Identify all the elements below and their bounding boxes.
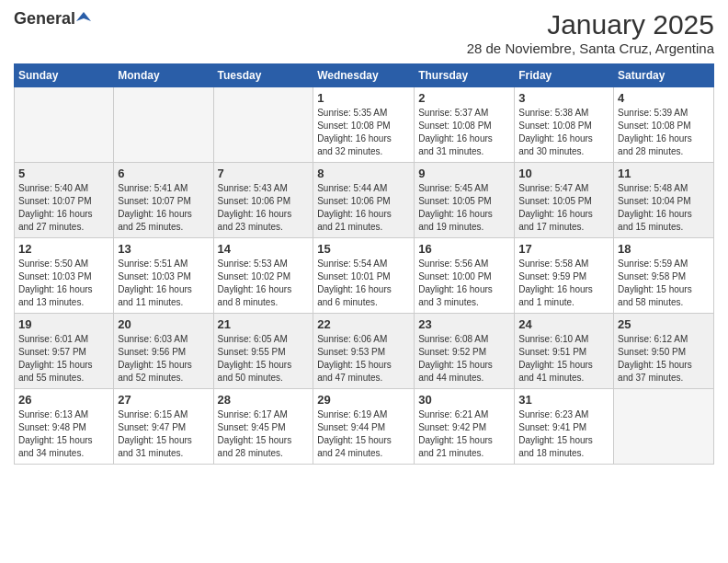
calendar-week-row: 19Sunrise: 6:01 AM Sunset: 9:57 PM Dayli… (15, 314, 714, 389)
day-info: Sunrise: 5:40 AM Sunset: 10:07 PM Daylig… (18, 182, 109, 234)
day-number: 21 (218, 317, 310, 331)
day-info: Sunrise: 6:17 AM Sunset: 9:45 PM Dayligh… (218, 408, 310, 460)
calendar-cell: 20Sunrise: 6:03 AM Sunset: 9:56 PM Dayli… (114, 314, 213, 389)
calendar-cell: 27Sunrise: 6:15 AM Sunset: 9:47 PM Dayli… (114, 389, 213, 465)
calendar-cell: 5Sunrise: 5:40 AM Sunset: 10:07 PM Dayli… (15, 163, 114, 238)
calendar-cell: 31Sunrise: 6:23 AM Sunset: 9:41 PM Dayli… (515, 389, 614, 465)
calendar-title: January 2025 (467, 9, 714, 40)
day-info: Sunrise: 5:37 AM Sunset: 10:08 PM Daylig… (418, 107, 510, 158)
day-info: Sunrise: 6:13 AM Sunset: 9:48 PM Dayligh… (18, 408, 109, 460)
day-number: 14 (218, 242, 310, 256)
day-number: 1 (317, 91, 410, 105)
day-info: Sunrise: 5:43 AM Sunset: 10:06 PM Daylig… (218, 182, 310, 234)
weekday-header-wednesday: Wednesday (313, 64, 415, 87)
day-number: 10 (518, 167, 609, 180)
calendar-cell: 29Sunrise: 6:19 AM Sunset: 9:44 PM Dayli… (313, 389, 415, 465)
weekday-header-tuesday: Tuesday (213, 64, 313, 87)
day-info: Sunrise: 5:47 AM Sunset: 10:05 PM Daylig… (518, 182, 609, 234)
calendar-subtitle: 28 de Noviembre, Santa Cruz, Argentina (467, 40, 714, 56)
calendar-week-row: 12Sunrise: 5:50 AM Sunset: 10:03 PM Dayl… (15, 238, 714, 314)
day-number: 26 (18, 393, 109, 407)
svg-marker-0 (76, 12, 91, 21)
weekday-header-monday: Monday (114, 64, 213, 87)
calendar-cell: 11Sunrise: 5:48 AM Sunset: 10:04 PM Dayl… (614, 163, 714, 238)
calendar-week-row: 5Sunrise: 5:40 AM Sunset: 10:07 PM Dayli… (15, 163, 714, 238)
logo: General (14, 9, 91, 25)
day-info: Sunrise: 5:45 AM Sunset: 10:05 PM Daylig… (418, 182, 510, 234)
day-number: 9 (418, 167, 510, 180)
day-number: 11 (618, 167, 710, 180)
day-number: 29 (317, 393, 410, 407)
day-info: Sunrise: 5:59 AM Sunset: 9:58 PM Dayligh… (618, 258, 710, 309)
day-number: 28 (218, 393, 310, 407)
day-info: Sunrise: 5:54 AM Sunset: 10:01 PM Daylig… (317, 258, 410, 309)
day-number: 13 (118, 242, 209, 256)
day-number: 20 (118, 317, 209, 331)
calendar-cell: 13Sunrise: 5:51 AM Sunset: 10:03 PM Dayl… (114, 238, 213, 314)
calendar-cell (213, 87, 313, 163)
calendar-cell: 4Sunrise: 5:39 AM Sunset: 10:08 PM Dayli… (614, 87, 714, 163)
day-number: 31 (518, 393, 609, 407)
day-number: 18 (618, 242, 710, 256)
calendar-cell: 1Sunrise: 5:35 AM Sunset: 10:08 PM Dayli… (313, 87, 415, 163)
calendar-cell: 23Sunrise: 6:08 AM Sunset: 9:52 PM Dayli… (415, 314, 515, 389)
calendar-cell: 24Sunrise: 6:10 AM Sunset: 9:51 PM Dayli… (515, 314, 614, 389)
calendar-cell: 12Sunrise: 5:50 AM Sunset: 10:03 PM Dayl… (15, 238, 114, 314)
day-info: Sunrise: 5:38 AM Sunset: 10:08 PM Daylig… (518, 107, 609, 158)
day-number: 25 (618, 317, 710, 331)
calendar-cell: 3Sunrise: 5:38 AM Sunset: 10:08 PM Dayli… (515, 87, 614, 163)
calendar-cell: 7Sunrise: 5:43 AM Sunset: 10:06 PM Dayli… (213, 163, 313, 238)
day-number: 8 (317, 167, 410, 180)
calendar-cell (114, 87, 213, 163)
day-info: Sunrise: 6:08 AM Sunset: 9:52 PM Dayligh… (418, 333, 510, 385)
calendar-cell: 9Sunrise: 5:45 AM Sunset: 10:05 PM Dayli… (415, 163, 515, 238)
day-number: 22 (317, 317, 410, 331)
day-info: Sunrise: 6:10 AM Sunset: 9:51 PM Dayligh… (518, 333, 609, 385)
calendar-cell: 26Sunrise: 6:13 AM Sunset: 9:48 PM Dayli… (15, 389, 114, 465)
day-number: 12 (18, 242, 109, 256)
day-info: Sunrise: 5:48 AM Sunset: 10:04 PM Daylig… (618, 182, 710, 234)
weekday-header-row: SundayMondayTuesdayWednesdayThursdayFrid… (15, 64, 714, 87)
day-number: 6 (118, 167, 209, 180)
day-info: Sunrise: 6:19 AM Sunset: 9:44 PM Dayligh… (317, 408, 410, 460)
day-info: Sunrise: 6:12 AM Sunset: 9:50 PM Dayligh… (618, 333, 710, 385)
weekday-header-friday: Friday (515, 64, 614, 87)
day-info: Sunrise: 6:01 AM Sunset: 9:57 PM Dayligh… (18, 333, 109, 385)
calendar-cell: 25Sunrise: 6:12 AM Sunset: 9:50 PM Dayli… (614, 314, 714, 389)
calendar-cell: 21Sunrise: 6:05 AM Sunset: 9:55 PM Dayli… (213, 314, 313, 389)
calendar-cell: 10Sunrise: 5:47 AM Sunset: 10:05 PM Dayl… (515, 163, 614, 238)
calendar-cell: 18Sunrise: 5:59 AM Sunset: 9:58 PM Dayli… (614, 238, 714, 314)
calendar-cell (614, 389, 714, 465)
day-number: 27 (118, 393, 209, 407)
day-info: Sunrise: 6:23 AM Sunset: 9:41 PM Dayligh… (518, 408, 609, 460)
day-info: Sunrise: 5:51 AM Sunset: 10:03 PM Daylig… (118, 258, 209, 309)
day-number: 19 (18, 317, 109, 331)
day-info: Sunrise: 5:53 AM Sunset: 10:02 PM Daylig… (218, 258, 310, 309)
calendar-table: SundayMondayTuesdayWednesdayThursdayFrid… (14, 63, 714, 465)
calendar-cell: 17Sunrise: 5:58 AM Sunset: 9:59 PM Dayli… (515, 238, 614, 314)
calendar-cell: 8Sunrise: 5:44 AM Sunset: 10:06 PM Dayli… (313, 163, 415, 238)
title-section: January 2025 28 de Noviembre, Santa Cruz… (467, 9, 714, 56)
day-info: Sunrise: 6:21 AM Sunset: 9:42 PM Dayligh… (418, 408, 510, 460)
calendar-cell: 6Sunrise: 5:41 AM Sunset: 10:07 PM Dayli… (114, 163, 213, 238)
day-info: Sunrise: 5:50 AM Sunset: 10:03 PM Daylig… (18, 258, 109, 309)
day-number: 17 (518, 242, 609, 256)
day-number: 16 (418, 242, 510, 256)
day-number: 15 (317, 242, 410, 256)
day-info: Sunrise: 6:05 AM Sunset: 9:55 PM Dayligh… (218, 333, 310, 385)
calendar-cell: 28Sunrise: 6:17 AM Sunset: 9:45 PM Dayli… (213, 389, 313, 465)
calendar-cell: 19Sunrise: 6:01 AM Sunset: 9:57 PM Dayli… (15, 314, 114, 389)
weekday-header-saturday: Saturday (614, 64, 714, 87)
weekday-header-thursday: Thursday (415, 64, 515, 87)
logo-general: General (14, 9, 75, 29)
day-number: 3 (518, 91, 609, 105)
day-info: Sunrise: 5:44 AM Sunset: 10:06 PM Daylig… (317, 182, 410, 234)
calendar-cell (15, 87, 114, 163)
day-info: Sunrise: 6:03 AM Sunset: 9:56 PM Dayligh… (118, 333, 209, 385)
calendar-cell: 16Sunrise: 5:56 AM Sunset: 10:00 PM Dayl… (415, 238, 515, 314)
day-number: 4 (618, 91, 710, 105)
day-number: 30 (418, 393, 510, 407)
day-number: 5 (18, 167, 109, 180)
calendar-cell: 2Sunrise: 5:37 AM Sunset: 10:08 PM Dayli… (415, 87, 515, 163)
day-number: 2 (418, 91, 510, 105)
